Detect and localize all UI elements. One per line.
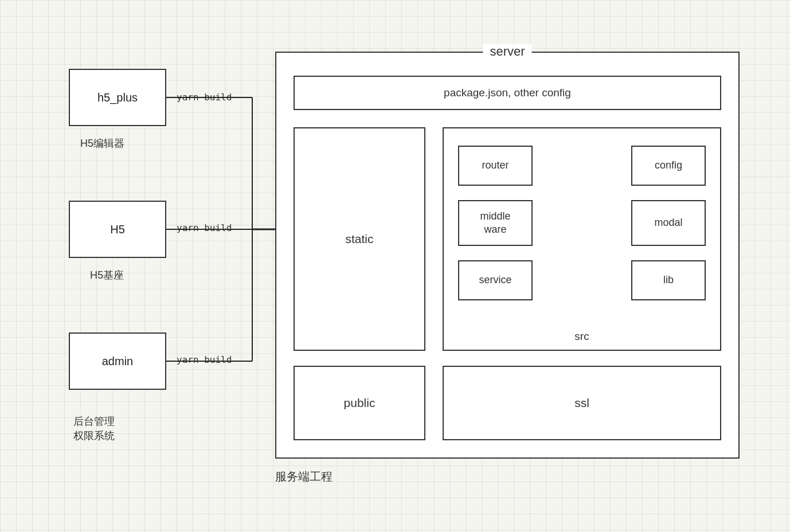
- server-title: server: [483, 44, 531, 59]
- pkg-box: package.json, other config: [294, 76, 721, 110]
- server-box: server package.json, other config static…: [275, 52, 740, 459]
- ssl-box: ssl: [443, 366, 721, 440]
- lib-box: lib: [631, 260, 706, 300]
- middleware-box: middle ware: [458, 200, 533, 246]
- src-label: src: [574, 330, 589, 343]
- src-box: router config middle ware modal service …: [443, 127, 721, 351]
- yarn-label-h5plus: yarn build: [177, 92, 232, 103]
- router-box: router: [458, 146, 533, 186]
- yarn-label-h5: yarn build: [177, 222, 232, 233]
- config-box: config: [631, 146, 706, 186]
- module-admin: admin: [69, 332, 166, 390]
- module-h5: H5: [69, 201, 166, 258]
- label-admin-sys: 后台管理 权限系统: [73, 400, 115, 444]
- public-box: public: [294, 366, 425, 440]
- module-h5plus: h5_plus: [69, 69, 166, 126]
- modal-box: modal: [631, 200, 706, 246]
- static-box: static: [294, 127, 425, 351]
- server-caption: 服务端工程: [275, 469, 333, 484]
- yarn-label-admin: yarn build: [177, 354, 232, 365]
- service-box: service: [458, 260, 533, 300]
- label-h5editor: H5编辑器: [80, 136, 124, 150]
- diagram-container: h5_plus H5编辑器 H5 H5基座 admin 后台管理 权限系统 ya…: [34, 34, 757, 504]
- label-h5base: H5基座: [90, 268, 124, 282]
